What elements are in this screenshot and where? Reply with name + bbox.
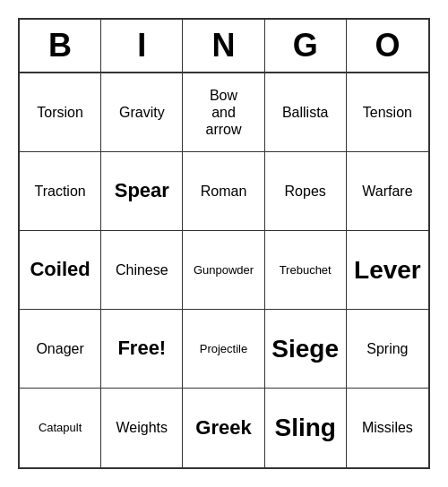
bingo-cell[interactable]: Roman [183, 152, 264, 231]
bingo-cell[interactable]: Trebuchet [265, 231, 347, 310]
cell-text: Warfare [362, 183, 412, 200]
cell-text: Siege [271, 334, 339, 364]
bingo-cell[interactable]: Free! [101, 310, 183, 389]
bingo-grid: TorsionGravityBowandarrowBallistaTension… [20, 73, 428, 467]
cell-text: Roman [201, 183, 247, 200]
header-letter: B [20, 20, 101, 72]
cell-text: Gunpowder [194, 263, 254, 278]
bingo-cell[interactable]: Onager [20, 310, 101, 389]
cell-text: Chinese [116, 261, 168, 278]
cell-text: Lever [354, 255, 421, 286]
cell-text: Ropes [285, 183, 326, 200]
bingo-cell[interactable]: Siege [265, 310, 347, 389]
bingo-cell[interactable]: Spear [101, 152, 183, 231]
cell-text: Bowandarrow [205, 87, 241, 139]
bingo-cell[interactable]: Bowandarrow [183, 73, 264, 152]
bingo-header: BINGO [20, 20, 428, 73]
bingo-cell[interactable]: Lever [347, 231, 428, 310]
bingo-cell[interactable]: Missiles [347, 389, 428, 467]
bingo-cell[interactable]: Gravity [101, 73, 183, 152]
header-letter: N [183, 20, 264, 72]
bingo-cell[interactable]: Catapult [20, 389, 101, 467]
cell-text: Projectile [200, 342, 247, 356]
cell-text: Onager [36, 340, 83, 357]
bingo-cell[interactable]: Torsion [20, 73, 101, 152]
header-letter: I [101, 20, 183, 72]
header-letter: O [347, 20, 428, 72]
cell-text: Traction [34, 183, 85, 200]
cell-text: Sling [274, 413, 335, 443]
cell-text: Ballista [282, 104, 329, 121]
cell-text: Torsion [37, 104, 83, 121]
bingo-cell[interactable]: Warfare [347, 152, 428, 231]
bingo-cell[interactable]: Traction [20, 152, 101, 231]
cell-text: Spring [366, 340, 408, 357]
bingo-cell[interactable]: Weights [101, 389, 183, 467]
cell-text: Missiles [362, 419, 413, 436]
cell-text: Coiled [30, 258, 90, 281]
bingo-card: BINGO TorsionGravityBowandarrowBallistaT… [18, 18, 430, 469]
bingo-cell[interactable]: Spring [347, 310, 428, 389]
bingo-cell[interactable]: Coiled [20, 231, 101, 310]
bingo-cell[interactable]: Tension [347, 73, 428, 152]
cell-text: Free! [117, 337, 166, 360]
cell-text: Weights [116, 419, 168, 436]
bingo-cell[interactable]: Greek [183, 389, 264, 467]
bingo-cell[interactable]: Projectile [183, 310, 264, 389]
cell-text: Spear [115, 179, 169, 202]
bingo-cell[interactable]: Sling [265, 389, 347, 467]
bingo-cell[interactable]: Ballista [265, 73, 347, 152]
cell-text: Trebuchet [280, 263, 332, 278]
cell-text: Greek [195, 416, 251, 440]
cell-text: Catapult [39, 421, 82, 435]
cell-text: Tension [363, 104, 412, 121]
bingo-cell[interactable]: Chinese [101, 231, 183, 310]
cell-text: Gravity [119, 104, 165, 121]
header-letter: G [265, 20, 347, 72]
bingo-cell[interactable]: Gunpowder [183, 231, 264, 310]
bingo-cell[interactable]: Ropes [265, 152, 347, 231]
